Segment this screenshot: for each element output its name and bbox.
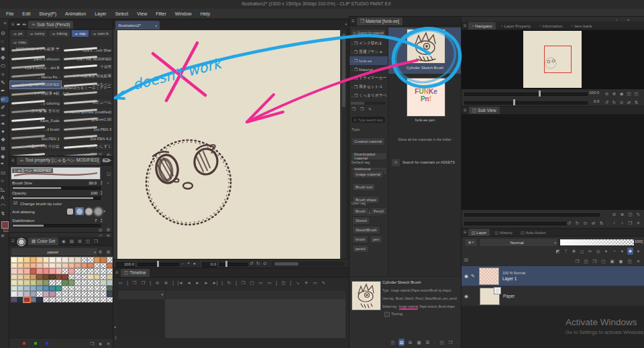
subview-body[interactable] [462,115,644,210]
color-swatch[interactable] [11,291,17,297]
color-swatch[interactable] [56,286,62,292]
subtool-brush-item[interactable]: 수성펜 [62,62,114,71]
color-swatch[interactable] [68,263,75,269]
color-swatch[interactable] [23,274,30,280]
color-swatch[interactable] [81,268,88,274]
subtool-brush-item[interactable]: Dot PEN 3 [62,124,114,133]
color-swatch[interactable] [49,280,56,286]
color-swatch[interactable] [30,257,37,263]
tree-hscrollbar[interactable] [351,102,386,105]
color-swatch[interactable] [49,286,56,292]
airbrush-tool-icon[interactable]: ✑ [1,113,9,119]
correct-line-tool-icon[interactable]: ◠ [1,202,9,209]
color-swatch[interactable] [100,268,107,274]
keyframe-icon[interactable]: ◫ [280,279,286,286]
thumb-large-icon[interactable]: ⊞ [407,339,413,346]
subtool-brush-item[interactable]: リアル鉛筆 ●鉛 [9,89,62,98]
layer-dock-tab[interactable]: ◫ History [491,229,515,236]
move-tool-icon[interactable]: ✥ [1,55,9,61]
user-tag-button[interactable]: Sketch [352,217,370,225]
user-tag-button[interactable]: brush [352,235,368,243]
color-swatch[interactable] [81,257,88,263]
color-swatch[interactable] [49,297,56,303]
go-end-icon[interactable]: ►| [212,279,218,286]
color-swatch[interactable] [68,257,75,263]
caret-icon[interactable]: ▾ [619,247,625,255]
visibility-eye-icon[interactable]: ◉ [464,274,468,279]
color-swatch[interactable] [94,263,101,269]
visibility-eye-icon[interactable]: ◉ [464,294,468,299]
color-swatch[interactable] [30,286,37,292]
rotate-canvas-tool-icon[interactable]: ◌ [1,38,9,44]
flip-horizontal-icon[interactable]: ⇄ [626,99,632,106]
rotate-right-icon[interactable]: ↻ [574,219,580,227]
layer-name[interactable]: Layer 1 [502,276,525,281]
fit-screen-icon[interactable]: ◉ [619,90,625,97]
next-image-icon[interactable]: › [619,219,625,227]
flip-v-icon[interactable]: ⇅ [598,219,604,227]
menu-item[interactable]: Layer [95,11,107,16]
color-swatch[interactable] [17,297,24,303]
stabilization-value[interactable]: 7 [95,218,97,223]
subtool-brush-item[interactable]: MODIFIED リアル鉛筆 干 [9,45,62,54]
canvas-viewport[interactable]: ? [113,30,341,259]
blend-thumb-icon[interactable]: ▣ ▾ [464,238,478,247]
color-swatch[interactable] [94,291,101,297]
add-color-icon[interactable]: ❒ [89,340,95,347]
color-swatch[interactable] [62,297,68,303]
approx-color-tab-icon[interactable]: ◫ [85,237,91,245]
new-cel-icon[interactable]: ▢ [249,279,255,286]
color-swatch[interactable] [11,297,17,303]
color-swatch[interactable] [56,297,62,303]
color-swatch[interactable] [100,297,107,303]
new-timeline-icon[interactable]: ❒ [131,279,138,286]
layer-name[interactable]: Paper [503,294,515,298]
color-swatch[interactable] [56,291,62,297]
color-swatch[interactable] [30,291,37,297]
edit-folder-icon[interactable]: ✎ [367,106,373,113]
color-swatch[interactable] [107,274,113,280]
color-swatch[interactable] [49,268,56,274]
pencil-tool-icon[interactable]: ✏ [1,97,9,103]
color-swatch[interactable] [49,257,56,263]
thumb-medium-icon[interactable]: ▤ [398,339,405,346]
color-swatch[interactable] [68,297,75,303]
layer-thumbnail[interactable]: ▢ [480,288,500,305]
color-swatch[interactable] [81,286,88,292]
color-wheel-tab-icon[interactable]: ◉ [17,235,26,247]
color-swatch[interactable] [36,280,43,286]
color-swatch[interactable] [74,268,81,274]
rotate-slider[interactable] [219,263,248,266]
folder-settings-icon[interactable]: ❒ [359,106,365,113]
fill-tool-icon[interactable]: ◈ [1,154,9,160]
color-swatch[interactable] [36,286,43,292]
fit-button[interactable]: ● [193,262,196,266]
color-swatch[interactable] [43,268,50,274]
prev-image-icon[interactable]: ‹ [611,219,617,227]
timeline-track-header[interactable]: ▾ [117,290,166,300]
timeline-track-list[interactable] [117,299,164,338]
menu-item[interactable]: Help [201,11,210,16]
cel-spec-icon[interactable]: ▭ [258,279,264,286]
layer-row-selected[interactable]: ◉ ✎ 100 % Normal Layer 1 [462,266,644,286]
material-folder-item[interactable]: › ❒ インク切れま [350,39,388,48]
divider[interactable]: | [456,339,459,346]
color-swatch[interactable] [49,263,56,269]
text-tool-icon[interactable]: A [1,194,9,200]
brush-size-dynamics-icon[interactable]: ✓ [107,180,110,185]
timeline-expand-icon[interactable]: ↧ [114,335,117,340]
color-swatch[interactable] [74,286,81,292]
menu-item[interactable]: Story(P) [39,11,56,16]
close-tab-icon[interactable]: ● [155,23,157,27]
canvas-paper[interactable] [117,30,340,259]
subtool-group-tab[interactable]: ✑ inking [48,30,70,38]
new-raster-layer-icon[interactable]: ❒ [574,257,580,265]
navigator-rotate-slider[interactable] [464,101,588,105]
subtool-panel-tab[interactable]: ✏ Sub Tool (Pencil) [28,21,73,29]
zoom-value-box[interactable]: 100.0 [115,261,136,268]
color-swatch[interactable] [107,263,113,269]
opacity-stepper[interactable]: ▴▾ [101,190,103,195]
material-folder-item[interactable]: › ❒ くっきりガラペ [350,91,388,100]
color-swatch[interactable] [49,291,56,297]
new-folder-icon[interactable]: ❒ [351,106,357,113]
